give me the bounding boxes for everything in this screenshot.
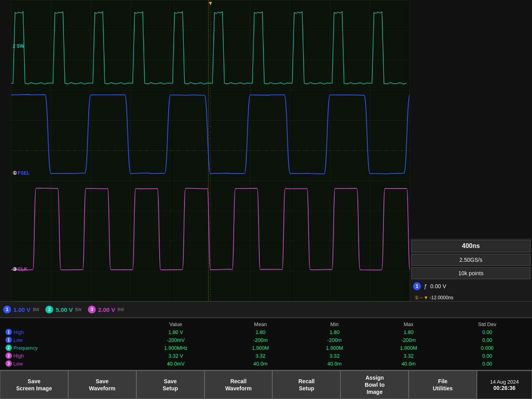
- stats-header-3: Min: [298, 321, 372, 328]
- ch3-coupling: BW: [117, 308, 124, 312]
- stats-header-2: Mean: [223, 321, 298, 328]
- recall-setup-line1: Recall: [298, 378, 314, 385]
- stats-row-3: 3 High 3.32 V 3.32 3.32 3.32 0.00: [3, 352, 529, 360]
- save-setup-line1: Save: [164, 378, 177, 385]
- save-screen-button[interactable]: SaveScreen Image: [0, 371, 68, 399]
- stat-std-0: 0.00: [446, 328, 529, 336]
- file-utilities-line1: File: [438, 378, 448, 385]
- cursor-time-value: -12.0000ns: [430, 295, 453, 300]
- stat-mean-2: 1.900M: [223, 344, 298, 352]
- stat-label-0: 1 High: [3, 328, 128, 336]
- ch2-volt-indicator: 2 5.00 V BW: [45, 306, 81, 313]
- ch2-circle: 2: [45, 306, 53, 313]
- waveform-svg: [11, 0, 410, 301]
- stat-min-4: 40.0m: [298, 360, 372, 367]
- assign-bowl-line1: Assign: [365, 374, 384, 381]
- save-waveform-line2: Waveform: [89, 385, 115, 392]
- save-screen-line1: Save: [28, 378, 41, 385]
- stat-max-4: 40.0m: [372, 360, 446, 367]
- stat-std-1: 0.00: [446, 336, 529, 344]
- stat-min-0: 1.80: [298, 328, 372, 336]
- ch1-volt-indicator: 1 1.00 V BW: [3, 306, 39, 313]
- stat-mean-3: 3.32: [223, 352, 298, 360]
- ch3-volt-div: 2.00 V: [98, 306, 115, 313]
- stat-value-2: 1.900MHz: [128, 344, 223, 352]
- stats-header-5: Std Dev: [446, 321, 529, 328]
- stat-value-4: 40.0mV: [128, 360, 223, 367]
- assign-bowl-line2: Image: [366, 388, 382, 395]
- trigger-info: 1 ƒ 0.00 V: [411, 281, 530, 292]
- stat-mean-1: -200m: [223, 336, 298, 344]
- measurement-bar: 1 1.00 V BW 2 5.00 V BW 3 2.00 V BW: [0, 301, 532, 318]
- stat-label-3: 3 High: [3, 352, 128, 360]
- ch2-volt-div: 5.00 V: [56, 306, 73, 313]
- trigger-symbol: ƒ: [424, 283, 427, 289]
- stats-row-2: 2 Frequency 1.900MHz 1.900M 1.900M 1.900…: [3, 344, 529, 352]
- stat-std-2: 0.000: [446, 344, 529, 352]
- grid-lines: [11, 0, 410, 301]
- stat-value-1: -200mV: [128, 336, 223, 344]
- stat-std-4: 0.00: [446, 360, 529, 367]
- stat-max-3: 3.32: [372, 352, 446, 360]
- trigger-marker: ▼: [208, 0, 213, 6]
- stat-min-2: 1.900M: [298, 344, 372, 352]
- stat-max-1: -200m: [372, 336, 446, 344]
- ch1-circle: 1: [3, 306, 11, 313]
- ch3-volt-indicator: 3 2.00 V BW: [88, 306, 124, 313]
- file-utilities-line2: Utilities: [433, 385, 453, 392]
- time: 00:26:36: [493, 385, 515, 391]
- cursor-time: ①→▼ -12.0000ns: [411, 293, 530, 302]
- save-setup-button[interactable]: SaveSetup: [136, 371, 205, 399]
- recall-waveform-button[interactable]: RecallWaveform: [205, 371, 273, 399]
- right-panel: 400ns 2.50GS/s 10k points 1 ƒ 0.00 V ①→▼…: [410, 0, 532, 301]
- save-waveform-line1: Save: [96, 378, 109, 385]
- statistics-table: ValueMeanMinMaxStd Dev 1 High 1.80 V 1.8…: [3, 321, 529, 367]
- ch3-waveform-label: ③CLK: [13, 267, 28, 272]
- recall-waveform-line1: Recall: [230, 378, 246, 385]
- trigger-channel-circle: 1: [413, 282, 421, 290]
- stat-min-3: 3.32: [298, 352, 372, 360]
- stats-header-1: Value: [128, 321, 223, 328]
- statistics-area: ValueMeanMinMaxStd Dev 1 High 1.80 V 1.8…: [0, 318, 532, 370]
- file-utilities-button[interactable]: FileUtilities: [409, 371, 477, 399]
- assign-bowl-line2: Bowl to: [365, 381, 385, 388]
- save-screen-line2: Screen Image: [16, 385, 52, 392]
- record-length: 10k points: [411, 267, 530, 279]
- stats-header-4: Max: [372, 321, 446, 328]
- save-waveform-button[interactable]: SaveWaveform: [68, 371, 136, 399]
- ch1-volt-div: 1.00 V: [13, 306, 30, 313]
- datetime-display: 14 Aug 2024 00:26:36: [477, 371, 532, 399]
- stat-max-2: 1.900M: [372, 344, 446, 352]
- ch2-waveform-label: 2 SW: [13, 43, 24, 49]
- time-per-div[interactable]: 400ns: [411, 240, 530, 252]
- trigger-value: 0.00 V: [430, 283, 446, 289]
- recall-setup-button[interactable]: RecallSetup: [272, 371, 340, 399]
- ch1-waveform-label: ①FSEL: [13, 170, 30, 176]
- assign-bowl-button[interactable]: AssignBowl toImage: [340, 371, 409, 399]
- stat-value-3: 3.32 V: [128, 352, 223, 360]
- stat-std-3: 0.00: [446, 352, 529, 360]
- right-panel-info: [410, 0, 532, 238]
- ch3-circle: 3: [88, 306, 96, 313]
- stat-mean-4: 40.0m: [223, 360, 298, 367]
- ch1-coupling: BW: [33, 308, 39, 312]
- channel-markers: [0, 0, 11, 301]
- stats-body: 1 High 1.80 V 1.80 1.80 1.80 0.00 1 Low …: [3, 328, 529, 367]
- date: 14 Aug 2024: [490, 379, 519, 385]
- stat-label-2: 2 Frequency: [3, 344, 128, 352]
- stats-header: ValueMeanMinMaxStd Dev: [3, 321, 529, 328]
- stat-value-0: 1.80 V: [128, 328, 223, 336]
- right-panel-controls: 400ns 2.50GS/s 10k points 1 ƒ 0.00 V ①→▼…: [410, 238, 532, 301]
- stats-row-4: 3 Low 40.0mV 40.0m 40.0m 40.0m 0.00: [3, 360, 529, 367]
- recall-waveform-line2: Waveform: [225, 385, 251, 392]
- stat-label-4: 3 Low: [3, 360, 128, 367]
- stat-mean-0: 1.80: [223, 328, 298, 336]
- stat-min-1: -200m: [298, 336, 372, 344]
- waveform-display: ▼ 2 SW ①FSEL ③CLK: [11, 0, 410, 301]
- stat-max-0: 1.80: [372, 328, 446, 336]
- ch2-coupling: BW: [75, 308, 82, 312]
- save-setup-line2: Setup: [163, 385, 178, 392]
- stats-row-0: 1 High 1.80 V 1.80 1.80 1.80 0.00: [3, 328, 529, 336]
- sample-rate: 2.50GS/s: [411, 254, 530, 266]
- stat-label-1: 1 Low: [3, 336, 128, 344]
